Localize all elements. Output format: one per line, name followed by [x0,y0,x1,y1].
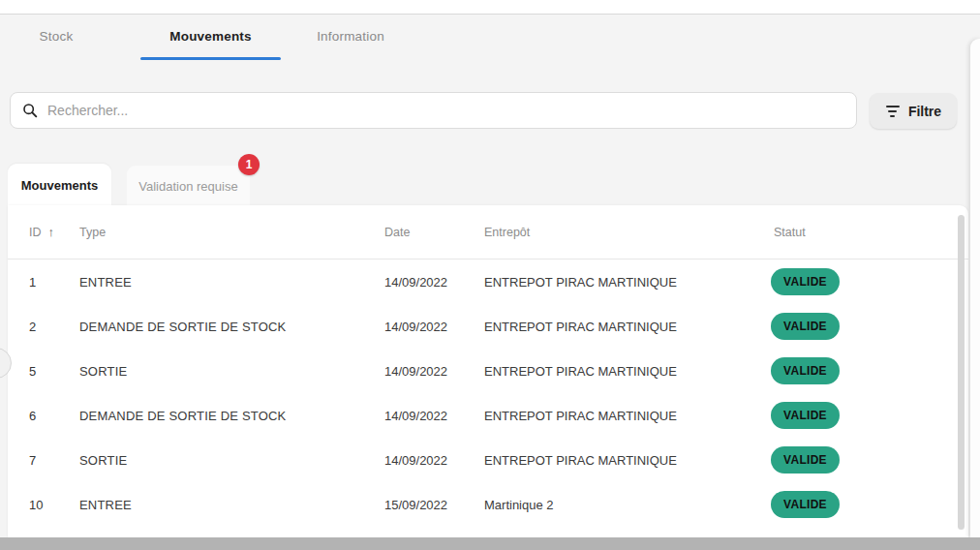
status-badge: VALIDE [771,402,840,429]
cell-statut: VALIDE [771,349,840,393]
tab-stock[interactable]: Stock [14,15,99,57]
table-header-row: ID ↑ Type Date Entrepôt Statut [8,205,968,260]
status-badge: VALIDE [771,446,840,474]
movements-table: ID ↑ Type Date Entrepôt Statut 1 ENTREE … [8,205,968,537]
status-badge: VALIDE [771,268,840,295]
status-badge: VALIDE [771,491,840,518]
vertical-scrollbar[interactable] [958,215,965,530]
top-divider [0,0,980,15]
cell-statut: VALIDE [771,304,840,349]
filter-button[interactable]: Filtre [870,93,957,129]
table-row[interactable]: 7 SORTIE 14/09/2022 ENTREPOT PIRAC MARTI… [8,438,968,482]
table-row[interactable]: 6 DEMANDE DE SORTIE DE STOCK 14/09/2022 … [8,393,968,438]
cell-statut: VALIDE [771,482,840,527]
cell-statut: VALIDE [771,438,840,482]
cell-type: ENTREE [79,482,132,527]
cell-type: DEMANDE DE SORTIE DE STOCK [79,393,286,438]
column-header-type[interactable]: Type [79,205,106,259]
cell-entrepot: Martinique 2 [484,482,554,527]
table-row[interactable]: 1 ENTREE 14/09/2022 ENTREPOT PIRAC MARTI… [8,260,968,304]
table-row[interactable]: 2 DEMANDE DE SORTIE DE STOCK 14/09/2022 … [8,304,968,349]
search-placeholder: Rechercher... [47,103,128,118]
cell-date: 14/09/2022 [384,304,447,349]
active-tab-indicator [140,57,281,60]
column-header-entrepot[interactable]: Entrepôt [484,205,530,259]
cell-entrepot: ENTREPOT PIRAC MARTINIQUE [484,349,677,393]
table-row[interactable]: 5 SORTIE 14/09/2022 ENTREPOT PIRAC MARTI… [8,349,968,393]
cell-date: 14/09/2022 [384,349,447,393]
cell-statut: VALIDE [771,393,840,438]
cell-id: 2 [29,304,36,349]
horizontal-scrollbar[interactable] [0,537,980,550]
cell-type: ENTREE [79,260,132,304]
cell-id: 5 [29,349,36,393]
cell-type: SORTIE [79,349,127,393]
search-icon [22,103,38,118]
app-window: Stock Mouvements Information Rechercher.… [0,0,980,550]
filter-button-label: Filtre [908,104,941,119]
table-row[interactable]: 10 ENTREE 15/09/2022 Martinique 2 VALIDE [8,482,968,527]
filter-icon [885,106,901,117]
cell-entrepot: ENTREPOT PIRAC MARTINIQUE [484,393,677,438]
cell-date: 14/09/2022 [384,438,447,482]
cell-date: 14/09/2022 [384,393,447,438]
subtab-validation-requise[interactable]: Validation requise [127,166,250,206]
status-badge: VALIDE [771,357,840,384]
status-badge: VALIDE [771,313,840,340]
column-header-id[interactable]: ID ↑ [29,205,54,259]
cell-type: SORTIE [79,438,127,482]
tab-information[interactable]: Information [302,15,399,57]
cell-entrepot: ENTREPOT PIRAC MARTINIQUE [484,304,677,349]
main-tabbar: Stock Mouvements Information [0,15,980,60]
cell-id: 7 [29,438,36,482]
subtab-mouvements[interactable]: Mouvements [8,164,111,206]
sort-asc-icon[interactable]: ↑ [48,225,55,239]
column-header-statut[interactable]: Statut [774,205,806,259]
cell-date: 14/09/2022 [384,260,447,304]
cell-statut: VALIDE [771,260,840,304]
cell-type: DEMANDE DE SORTIE DE STOCK [79,304,286,349]
cell-date: 15/09/2022 [384,482,447,527]
background-page-edge [970,39,980,537]
cell-entrepot: ENTREPOT PIRAC MARTINIQUE [484,438,677,482]
cell-id: 6 [29,393,36,438]
column-header-date[interactable]: Date [384,205,410,259]
cell-id: 1 [29,260,36,304]
cell-entrepot: ENTREPOT PIRAC MARTINIQUE [484,260,677,304]
validation-count-badge: 1 [238,154,260,175]
table-body: 1 ENTREE 14/09/2022 ENTREPOT PIRAC MARTI… [8,260,968,527]
cell-id: 10 [29,482,43,527]
search-input[interactable]: Rechercher... [10,92,857,129]
tab-mouvements[interactable]: Mouvements [140,15,281,57]
